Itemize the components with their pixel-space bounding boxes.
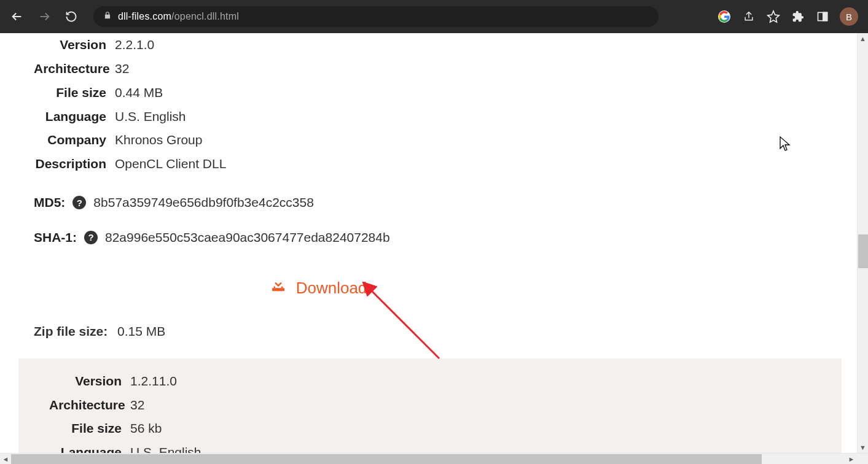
row-company: Company Khronos Group [34,128,823,152]
value-sha1: 82a996e550c53caea90ac3067477eda82407284b [105,226,390,250]
value-architecture: 32 [115,57,129,81]
label-company: Company [34,128,115,152]
label-md5: MD5: [34,191,65,215]
horizontal-scroll-thumb[interactable] [11,454,762,464]
url-path: /opencl.dll.html [171,11,239,21]
value-version-2: 1.2.11.0 [130,369,177,393]
label-architecture: Architecture [34,57,115,81]
label-language: Language [49,441,130,453]
svg-rect-5 [281,287,283,288]
scroll-left-arrow[interactable]: ◄ [0,454,11,464]
dll-entry-2: Version 1.2.11.0 Architecture 32 File si… [18,358,842,453]
svg-rect-3 [272,288,284,291]
scroll-up-arrow[interactable]: ▲ [858,33,868,44]
row-md5: MD5: ? 8b57a359749e656db9f0fb3e4c2cc358 [34,191,823,215]
row-file-size: File size 0.44 MB [34,81,823,105]
help-icon[interactable]: ? [84,231,98,244]
scroll-right-arrow[interactable]: ► [846,454,857,464]
avatar-letter: B [846,12,852,22]
value-md5: 8b57a359749e656db9f0fb3e4c2cc358 [93,191,314,215]
google-icon[interactable] [717,9,732,24]
label-description: Description [34,152,115,176]
row-description: Description OpenCL Client DLL [34,152,823,176]
share-icon[interactable] [741,9,756,24]
url-text: dll-files.com/opencl.dll.html [118,11,239,22]
svg-rect-2 [823,12,827,20]
row-language: Language U.S. English [34,105,823,129]
lock-icon [103,11,112,22]
row-version-2: Version 1.2.11.0 [49,369,842,393]
label-version: Version [34,33,115,57]
help-icon[interactable]: ? [72,196,86,209]
value-language: U.S. English [115,105,186,129]
extensions-icon[interactable] [791,9,805,24]
toolbar-right: B [717,7,862,26]
page-content: Version 2.2.1.0 Architecture 32 File siz… [0,33,842,453]
row-zip-size: Zip file size: 0.15 MB [34,320,823,344]
browser-toolbar: dll-files.com/opencl.dll.html B [0,0,868,33]
row-file-size-2: File size 56 kb [49,417,842,441]
back-button[interactable] [6,6,28,28]
dll-entry-1: Version 2.2.1.0 Architecture 32 File siz… [0,33,842,453]
scroll-down-arrow[interactable]: ▼ [858,442,868,453]
value-architecture-2: 32 [130,393,144,417]
label-file-size: File size [49,417,130,441]
value-version: 2.2.1.0 [115,33,154,57]
vertical-scrollbar[interactable]: ▲ ▼ [857,33,868,453]
row-sha1: SHA-1: ? 82a996e550c53caea90ac3067477eda… [34,226,823,250]
label-zip-size: Zip file size: [34,324,108,338]
download-link[interactable]: Download [34,273,823,303]
download-label: Download [296,273,367,303]
row-architecture-2: Architecture 32 [49,393,842,417]
row-architecture: Architecture 32 [34,57,823,81]
value-file-size-2: 56 kb [130,417,162,441]
side-panel-icon[interactable] [815,9,830,24]
svg-rect-4 [273,287,275,288]
label-language: Language [34,105,115,129]
row-language-2: Language U.S. English [49,441,842,453]
value-description: OpenCL Client DLL [115,152,226,176]
profile-avatar[interactable]: B [840,7,858,26]
label-architecture: Architecture [49,393,130,417]
horizontal-scrollbar[interactable]: ◄ ► [0,453,868,464]
value-language-2: U.S. English [130,441,201,453]
row-version: Version 2.2.1.0 [34,33,823,57]
label-file-size: File size [34,81,115,105]
value-zip-size: 0.15 MB [117,324,165,338]
vertical-scroll-thumb[interactable] [858,234,868,268]
value-file-size: 0.44 MB [115,81,163,105]
address-bar[interactable]: dll-files.com/opencl.dll.html [93,6,659,27]
label-version: Version [49,369,130,393]
download-icon [269,273,287,303]
label-sha1: SHA-1: [34,226,77,250]
page-viewport: Version 2.2.1.0 Architecture 32 File siz… [0,33,868,464]
value-company: Khronos Group [115,128,202,152]
forward-button[interactable] [33,6,55,28]
reload-button[interactable] [60,6,82,28]
url-domain: dll-files.com [118,11,171,21]
bookmark-star-icon[interactable] [766,9,781,24]
